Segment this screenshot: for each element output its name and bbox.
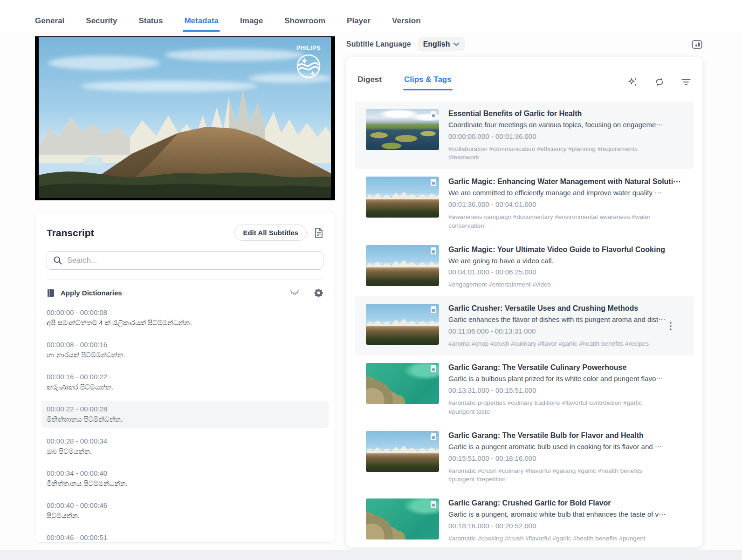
- clip-description: Coordinate four meetings on various topi…: [448, 121, 690, 129]
- tab-image[interactable]: Image: [240, 16, 263, 32]
- transcript-entry[interactable]: 00:00:22 - 00:00:28 මිනිත්තානය පිට්මින්ධ…: [41, 401, 329, 428]
- clip-item[interactable]: Essential Benefits of Garlic for Health …: [355, 102, 694, 169]
- clip-item[interactable]: Garlic Garang: The Versatile Bulb for Fl…: [355, 423, 694, 491]
- clip-description: Garlic is a pungent aromatic bulb used i…: [448, 443, 690, 451]
- philips-watermark-icon: [431, 179, 436, 186]
- philips-watermark-icon: [431, 247, 436, 254]
- transcript-title: Transcript: [47, 227, 234, 239]
- clip-timerange: 00:00:00.000 - 00:01:36.000: [448, 132, 690, 140]
- tab-general[interactable]: General: [35, 16, 64, 32]
- clip-item[interactable]: Garlic Garang: The Versatile Culinary Po…: [355, 355, 694, 423]
- tab-metadata[interactable]: Metadata: [184, 16, 219, 32]
- refresh-icon[interactable]: [654, 76, 665, 88]
- chevron-down-icon: [453, 42, 459, 46]
- clip-description: Garlic is a bulbous plant prized for its…: [448, 375, 690, 383]
- clip-thumbnail: [366, 245, 439, 286]
- tab-status[interactable]: Status: [138, 16, 163, 32]
- entry-time: 00:00:34 - 00:00:40: [47, 469, 323, 477]
- subtitle-language-label: Subtitle Language: [346, 40, 411, 48]
- transcript-search: [47, 251, 323, 270]
- entry-time: 00:00:08 - 00:00:16: [47, 341, 323, 348]
- clip-timerange: 00:13:31.000 - 00:15:51.000: [448, 386, 690, 394]
- sparkles-ai-icon[interactable]: [627, 76, 638, 88]
- philips-watermark-icon: [431, 111, 436, 118]
- entry-text: මිනිත්තානය පිට්මින්ධන්න.: [47, 415, 323, 423]
- transcript-entry[interactable]: 00:00:28 - 00:00:34 ඔබ පිට්ම්යන්න.: [41, 433, 329, 460]
- entry-time: 00:00:22 - 00:00:28: [47, 405, 323, 413]
- tab-clips-and-tags[interactable]: Clips & Tags: [404, 75, 452, 90]
- clip-tags: #collaboration #communication #efficienc…: [448, 145, 667, 162]
- clip-tags: #aromatic #crush #culinary #flavorful #g…: [448, 467, 667, 484]
- clip-item[interactable]: Garlic Magic: Your Ultimate Video Guide …: [355, 238, 694, 296]
- clip-item[interactable]: Garlic Garang: Crushed Garlic for Bold F…: [355, 491, 694, 547]
- clip-timerange: 00:01:36.000 - 00:04:01.000: [448, 200, 690, 208]
- tab-showroom[interactable]: Showroom: [284, 16, 325, 32]
- entry-text: හා නාරයක් පිට්ම්මින්ධන්න.: [47, 351, 323, 359]
- export-document-icon[interactable]: [314, 228, 323, 238]
- edit-all-subtitles-button[interactable]: Edit All Subtitles: [234, 225, 307, 241]
- dictionary-book-icon: [47, 288, 55, 298]
- clip-title: Garlic Crusher: Versatile Uses and Crush…: [448, 304, 690, 313]
- clip-description: We are committed to efficiently manage a…: [448, 189, 690, 197]
- settings-gear-icon[interactable]: [314, 288, 323, 298]
- clip-title: Essential Benefits of Garlic for Health: [448, 109, 690, 118]
- entry-text: ඔබ පිට්ම්යන්න.: [47, 447, 323, 456]
- tab-version[interactable]: Version: [392, 16, 420, 32]
- tab-player[interactable]: Player: [347, 16, 371, 32]
- filter-icon[interactable]: [681, 78, 691, 86]
- entry-time: 00:00:46 - 00:00:51: [47, 533, 323, 541]
- entry-time: 00:00:16 - 00:00:22: [47, 373, 323, 381]
- transcript-entry[interactable]: 00:00:08 - 00:00:16 හා නාරයක් පිට්ම්මින්…: [41, 336, 329, 363]
- page-bottom-strip: [0, 550, 742, 560]
- right-column: Subtitle Language English Digest Clips &…: [346, 37, 702, 547]
- transcript-entry[interactable]: 00:00:40 - 00:00:46 පිට්ම්යන්න.: [41, 497, 329, 524]
- tab-security[interactable]: Security: [86, 16, 117, 32]
- clip-timerange: 00:11:06.000 - 00:13:31.000: [448, 327, 690, 335]
- entry-text: පිට්ම්යන්න.: [47, 512, 323, 520]
- clip-thumbnail: [366, 499, 439, 540]
- transcript-entry[interactable]: 00:00:46 - 00:00:51: [41, 529, 329, 543]
- clip-tags: #awareness campaign #documentary #enviro…: [448, 213, 667, 230]
- clip-timerange: 00:04:01.000 - 00:06:25.000: [448, 268, 690, 276]
- apply-dictionaries-row: Apply Dictionaries: [47, 279, 323, 298]
- clip-tags: #aromatic properties #culinary tradition…: [448, 399, 667, 416]
- tab-digest[interactable]: Digest: [357, 75, 382, 90]
- clip-title: Garlic Garang: The Versatile Culinary Po…: [448, 363, 690, 372]
- clip-description: Garlic is a pungent, aromatic white bulb…: [448, 510, 690, 519]
- clip-list: Essential Benefits of Garlic for Health …: [346, 102, 702, 547]
- clip-item[interactable]: Garlic Magic: Enhancing Water Management…: [355, 169, 694, 237]
- hide-eye-closed-icon[interactable]: [289, 289, 300, 296]
- search-icon: [53, 256, 62, 265]
- clip-tags: #aroma #chop #crush #culinary #flavor #g…: [448, 340, 667, 348]
- subtitle-language-row: Subtitle Language English: [346, 37, 702, 51]
- transcript-entry[interactable]: 00:00:16 - 00:00:22 කරුණාකර පිට්ම්යන්න.: [41, 369, 329, 396]
- video-player[interactable]: PHILIPS: [35, 36, 335, 200]
- kebab-menu-icon[interactable]: [670, 322, 672, 330]
- philips-logo-icon: PHILIPS: [293, 44, 324, 82]
- clip-title: Garlic Garang: The Versatile Bulb for Fl…: [448, 431, 690, 440]
- clip-tags: #aromatic #cooking #crush #flavorful #ga…: [448, 534, 667, 543]
- language-value: English: [423, 40, 450, 48]
- transcript-entry[interactable]: 00:00:00 - 00:00:08 අපි සමාන්ට්ත්තම් 4 ක…: [41, 304, 329, 331]
- search-input[interactable]: [67, 256, 317, 265]
- top-navigation: General Security Status Metadata Image S…: [0, 0, 742, 32]
- clip-thumbnail: [366, 431, 439, 472]
- clip-description: Garlic enhances the flavor of dishes wit…: [448, 315, 690, 324]
- clip-title: Garlic Magic: Your Ultimate Video Guide …: [448, 246, 690, 254]
- clips-panel-tabs: Digest Clips & Tags: [357, 75, 627, 90]
- clip-timerange: 00:15:51.000 - 00:18:16.000: [448, 454, 690, 462]
- clip-timerange: 00:18:16.000 - 00:20:52.000: [448, 522, 690, 530]
- clip-thumbnail: [366, 304, 439, 345]
- entry-time: 00:00:28 - 00:00:34: [47, 437, 323, 445]
- language-dropdown[interactable]: English: [418, 37, 465, 51]
- clip-title: Garlic Magic: Enhancing Water Management…: [448, 177, 690, 186]
- side-panel-toggle-icon[interactable]: [692, 40, 702, 49]
- entry-time: 00:00:00 - 00:00:08: [47, 308, 323, 316]
- transcript-list: 00:00:00 - 00:00:08 අපි සමාන්ට්ත්තම් 4 ක…: [47, 304, 323, 543]
- clip-thumbnail: [366, 363, 439, 404]
- left-column: PHILIPS Transcript Edit All Subtitles: [35, 36, 335, 543]
- clip-thumbnail: [366, 109, 439, 150]
- clip-item[interactable]: Garlic Crusher: Versatile Uses and Crush…: [355, 296, 694, 355]
- transcript-entry[interactable]: 00:00:34 - 00:00:40 මිනිත්තානය පිට්ම්මන්…: [41, 465, 329, 492]
- transcript-card: Transcript Edit All Subtitles Apply Dict…: [35, 212, 335, 543]
